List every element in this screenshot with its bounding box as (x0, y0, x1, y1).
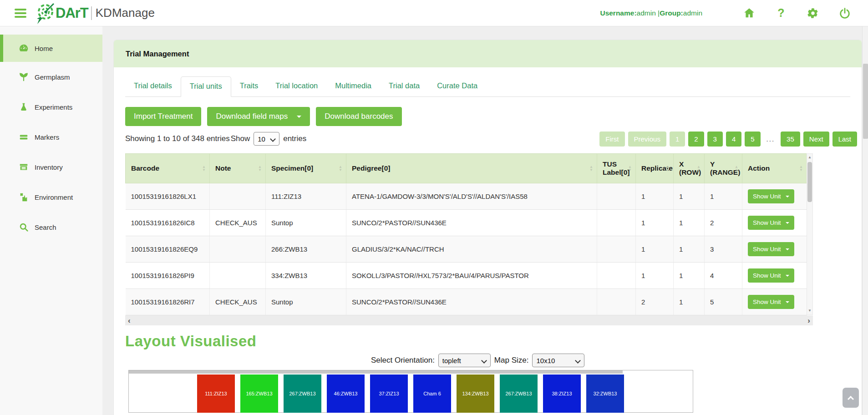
column-header-barcode[interactable]: Barcode▲▼ (126, 154, 210, 183)
sort-icon[interactable]: ▲▼ (202, 165, 206, 172)
settings-gear-icon[interactable] (807, 7, 819, 19)
pagination-last-button[interactable]: Last (832, 132, 857, 147)
sort-icon[interactable]: ▲▼ (589, 165, 593, 172)
sidebar-item-search[interactable]: Search (0, 212, 102, 242)
column-header-pedigree[interactable]: Pedigree[0]▲▼ (346, 154, 597, 183)
cell-barcode: 10015319161826RI7 (126, 289, 210, 315)
tab-multimedia[interactable]: Multimedia (326, 76, 380, 96)
scrollbar-thumb[interactable] (807, 162, 812, 202)
layout-tile[interactable]: 37:ZIZ13 (370, 375, 408, 413)
tab-trial-location[interactable]: Trial location (267, 76, 326, 96)
tab-curate-data[interactable]: Curate Data (428, 76, 486, 96)
scrollbar-down-arrow-icon[interactable]: ▼ (808, 307, 812, 314)
column-header-y-range[interactable]: Y (RANGE)▲▼ (705, 154, 742, 183)
sidebar-item-home[interactable]: Home (0, 35, 102, 62)
hamburger-menu-icon[interactable] (15, 7, 26, 20)
page-vertical-scrollbar[interactable] (862, 26, 868, 415)
pagination-page-35-button[interactable]: 35 (781, 132, 800, 147)
chevron-up-icon (848, 395, 854, 402)
page-size-select[interactable]: 10 (254, 132, 279, 146)
column-header-x-row[interactable]: X (ROW)▲▼ (674, 154, 705, 183)
pagination-previous-button[interactable]: Previous (628, 132, 666, 147)
column-header-replicate[interactable]: Replicate▲▼ (636, 154, 674, 183)
layout-tiles-row: 111:ZIZ13 165:ZWB13 267:ZWB13 46:ZWB13 3… (197, 375, 624, 413)
app-window: DArT KDManage Username:admin |Group:admi… (0, 0, 868, 415)
main-panel: Trial Management Trial details Trial uni… (114, 40, 862, 415)
map-size-select[interactable]: 10x10 (532, 354, 584, 367)
cell-specimen: Suntop (266, 289, 346, 315)
scrollbar-up-arrow-icon[interactable]: ▲ (808, 154, 812, 161)
sort-icon[interactable]: ▲▼ (628, 165, 632, 172)
sidebar-item-label: Search (35, 223, 56, 231)
sort-icon[interactable]: ▲▼ (697, 165, 700, 172)
home-icon[interactable] (743, 7, 755, 19)
layout-tile[interactable]: 267:ZWB13 (500, 375, 538, 413)
layout-tile[interactable]: 38:ZIZ13 (543, 375, 581, 413)
cell-x-row: 1 (674, 210, 705, 236)
import-treatment-button[interactable]: Import Treatment (125, 107, 201, 126)
show-unit-button[interactable]: Show Unit (748, 189, 794, 203)
layout-tile[interactable]: 134:ZWB13 (457, 375, 494, 413)
layout-tile[interactable]: 32:ZWB13 (586, 375, 624, 413)
pagination-page-3-button[interactable]: 3 (707, 132, 723, 147)
sidebar-item-markers[interactable]: Markers (0, 122, 102, 152)
column-header-action[interactable]: Action▲▼ (742, 154, 807, 183)
pagination-page-5-button[interactable]: 5 (745, 132, 760, 147)
sidebar-item-experiments[interactable]: Experiments (0, 92, 102, 122)
page-scrollbar-thumb[interactable] (863, 64, 868, 139)
pagination-first-button[interactable]: First (599, 132, 624, 147)
table-row: 10015319161826RI7 CHECK_AUS Suntop SUNCO… (126, 289, 807, 315)
layout-tile[interactable]: 111:ZIZ13 (197, 375, 235, 413)
sort-icon[interactable]: ▲▼ (735, 165, 738, 172)
layout-tile[interactable]: 165:ZWB13 (240, 375, 278, 413)
scrollbar-right-chevron-icon[interactable]: › (807, 317, 810, 324)
help-icon[interactable]: ? (775, 7, 787, 19)
show-unit-button[interactable]: Show Unit (748, 268, 794, 283)
sort-icon[interactable]: ▲▼ (799, 165, 803, 172)
pagination-page-4-button[interactable]: 4 (726, 132, 741, 147)
column-header-note[interactable]: Note▲▼ (210, 154, 266, 183)
cell-x-row: 1 (674, 263, 705, 289)
user-group-info: Username:admin |Group:admin (600, 9, 702, 17)
archive-box-icon (18, 162, 29, 172)
cell-action: Show Unit (742, 289, 807, 315)
toolbar: Import Treatment Download field maps Dow… (125, 107, 850, 126)
column-header-specimen[interactable]: Specimen[0]▲▼ (266, 154, 346, 183)
app-logo[interactable]: DArT KDManage (35, 2, 155, 25)
download-barcodes-button[interactable]: Download barcodes (316, 107, 401, 126)
column-header-tus-label[interactable]: TUS Label[0]▲▼ (597, 154, 636, 183)
sort-icon[interactable]: ▲▼ (258, 165, 262, 172)
layout-tile[interactable]: Cham 6 (413, 375, 451, 413)
showing-entries-text: Showing 1 to 10 of 348 entries (125, 134, 230, 143)
power-logout-icon[interactable] (839, 7, 851, 19)
table-vertical-scrollbar[interactable]: ▲ ▼ (807, 153, 813, 315)
orientation-select[interactable]: topleft (438, 354, 491, 367)
pagination-ellipsis: ... (766, 135, 775, 143)
sidebar-item-inventory[interactable]: Inventory (0, 152, 102, 182)
tab-trial-data[interactable]: Trial data (380, 76, 428, 96)
sidebar-item-germplasm[interactable]: Germplasm (0, 62, 102, 92)
seedling-icon (18, 71, 29, 82)
pagination-page-2-button[interactable]: 2 (688, 132, 704, 147)
show-unit-button[interactable]: Show Unit (748, 242, 794, 256)
scroll-to-top-button[interactable] (843, 388, 859, 408)
show-unit-button[interactable]: Show Unit (748, 295, 794, 309)
download-field-maps-button[interactable]: Download field maps (207, 107, 310, 126)
cell-barcode: 10015319161826EQ9 (126, 236, 210, 263)
sort-icon[interactable]: ▲▼ (339, 165, 342, 172)
layout-tile[interactable]: 46:ZWB13 (327, 375, 365, 413)
cell-note: CHECK_AUS (210, 289, 266, 315)
tab-traits[interactable]: Traits (231, 76, 267, 96)
show-unit-button[interactable]: Show Unit (748, 216, 794, 230)
layout-tile[interactable]: 267:ZWB13 (284, 375, 321, 413)
tab-trial-details[interactable]: Trial details (125, 76, 181, 96)
pagination-next-button[interactable]: Next (803, 132, 829, 147)
pagination-page-1-button[interactable]: 1 (670, 132, 685, 147)
scrollbar-left-chevron-icon[interactable]: ‹ (128, 317, 131, 324)
table-horizontal-scrollbar[interactable]: ‹ › (125, 315, 813, 325)
tab-trial-units[interactable]: Trial units (181, 76, 231, 97)
sidebar-item-environment[interactable]: Environment (0, 182, 102, 212)
dropdown-caret-icon (786, 248, 789, 250)
sort-icon[interactable]: ▲▼ (666, 165, 670, 172)
layout-horizontal-scrollbar[interactable] (129, 370, 623, 374)
